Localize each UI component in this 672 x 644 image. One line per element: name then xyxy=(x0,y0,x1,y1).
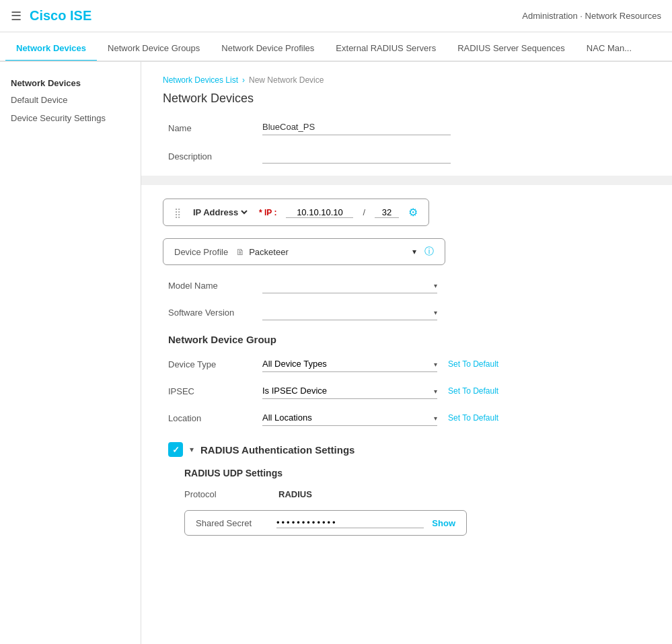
main-inner: Network Devices List › New Network Devic… xyxy=(141,62,672,644)
device-type-row: Device Type All Device Types ▾ Set To De… xyxy=(163,356,650,372)
ip-slash: / xyxy=(363,207,365,217)
layout: Network Devices Default Device Device Se… xyxy=(0,62,672,644)
shared-secret-input[interactable] xyxy=(276,517,424,528)
device-type-label: Device Type xyxy=(168,359,262,369)
protocol-label: Protocol xyxy=(184,489,278,499)
tab-external-radius-servers[interactable]: External RADIUS Servers xyxy=(325,36,447,62)
radius-checkbox-row: ▾ RADIUS Authentication Settings xyxy=(168,442,650,457)
device-profile-select-wrap: 🗎 Packeteer ▾ xyxy=(236,247,416,257)
ip-input[interactable] xyxy=(286,207,353,218)
name-label: Name xyxy=(168,119,262,133)
location-row: Location All Locations ▾ Set To Default xyxy=(163,410,650,426)
gray-separator xyxy=(141,176,672,185)
hamburger-icon[interactable]: ☰ xyxy=(11,9,22,24)
logo: Cisco ISE xyxy=(30,8,91,24)
tab-nac-man[interactable]: NAC Man... xyxy=(576,36,642,62)
ip-address-box: ⣿ IP Address * IP : / ⚙ xyxy=(163,199,429,226)
breadcrumb-current: New Network Device xyxy=(249,75,324,85)
drag-handle-icon[interactable]: ⣿ xyxy=(174,207,181,218)
protocol-row: Protocol RADIUS xyxy=(184,489,650,499)
description-row: Description xyxy=(163,147,650,164)
device-type-select[interactable]: All Device Types xyxy=(262,356,437,372)
ipsec-dropdown-wrap: Is IPSEC Device ▾ xyxy=(262,383,437,399)
breadcrumb-link[interactable]: Network Devices List xyxy=(163,75,238,85)
location-label: Location xyxy=(168,413,262,423)
ipsec-label: IPSEC xyxy=(168,386,262,396)
radius-udp-title: RADIUS UDP Settings xyxy=(184,468,650,478)
page-title: Network Devices xyxy=(163,92,650,106)
device-profile-label: Device Profile xyxy=(174,247,228,257)
radius-section-title: RADIUS Authentication Settings xyxy=(200,444,354,456)
name-input[interactable] xyxy=(262,119,451,135)
tab-network-device-profiles[interactable]: Network Device Profiles xyxy=(211,36,325,62)
device-profile-box: Device Profile 🗎 Packeteer ▾ ⓘ xyxy=(163,238,445,265)
ipsec-select[interactable]: Is IPSEC Device xyxy=(262,383,437,399)
tab-radius-server-sequences[interactable]: RADIUS Server Sequences xyxy=(447,36,576,62)
topbar: ☰ Cisco ISE Administration · Network Res… xyxy=(0,0,672,32)
sidebar-item-default-device[interactable]: Default Device xyxy=(0,91,141,109)
logo-cisco: Cisco xyxy=(30,8,66,23)
name-row: Name xyxy=(163,119,650,135)
topbar-left: ☰ Cisco ISE xyxy=(11,8,91,24)
shared-secret-box: Shared Secret Show xyxy=(184,510,467,536)
description-input[interactable] xyxy=(262,147,451,164)
ip-mask-input[interactable] xyxy=(375,207,399,218)
location-select[interactable]: All Locations xyxy=(262,410,437,426)
profile-chevron-icon[interactable]: ▾ xyxy=(412,247,416,256)
gear-icon[interactable]: ⚙ xyxy=(408,206,418,219)
breadcrumb: Network Devices List › New Network Devic… xyxy=(163,75,650,85)
protocol-value: RADIUS xyxy=(278,489,312,499)
model-name-dropdown-wrap: ▾ xyxy=(262,277,437,293)
ip-required-label: * IP : xyxy=(259,208,276,217)
model-name-select[interactable] xyxy=(262,277,437,293)
topbar-breadcrumb: Administration · Network Resources xyxy=(522,11,661,21)
ipsec-set-default[interactable]: Set To Default xyxy=(448,386,498,396)
model-name-row: Model Name ▾ xyxy=(163,277,650,293)
software-version-select[interactable] xyxy=(262,304,437,320)
tab-network-device-groups[interactable]: Network Device Groups xyxy=(97,36,211,62)
radius-section: ▾ RADIUS Authentication Settings RADIUS … xyxy=(163,442,650,536)
device-type-dropdown-wrap: All Device Types ▾ xyxy=(262,356,437,372)
software-version-label: Software Version xyxy=(168,308,262,318)
ndg-section-title: Network Device Group xyxy=(168,334,650,345)
main-content: Network Devices List › New Network Devic… xyxy=(141,62,672,644)
ipsec-row: IPSEC Is IPSEC Device ▾ Set To Default xyxy=(163,383,650,399)
profile-value: Packeteer xyxy=(249,247,408,257)
logo-ise: ISE xyxy=(70,8,91,23)
profile-info-icon[interactable]: ⓘ xyxy=(424,246,434,258)
ip-type-select[interactable]: IP Address xyxy=(190,207,250,218)
location-set-default[interactable]: Set To Default xyxy=(448,413,498,423)
show-secret-button[interactable]: Show xyxy=(432,518,455,528)
nav-tabs: Network Devices Network Device Groups Ne… xyxy=(0,32,672,62)
sidebar: Network Devices Default Device Device Se… xyxy=(0,62,141,644)
sidebar-section-title: Network Devices xyxy=(0,73,141,91)
description-label: Description xyxy=(168,147,262,162)
profile-doc-icon: 🗎 xyxy=(236,247,245,257)
model-name-label: Model Name xyxy=(168,281,262,291)
radius-collapse-chevron-icon[interactable]: ▾ xyxy=(190,445,194,454)
location-dropdown-wrap: All Locations ▾ xyxy=(262,410,437,426)
software-version-row: Software Version ▾ xyxy=(163,304,650,320)
device-type-set-default[interactable]: Set To Default xyxy=(448,359,498,369)
sidebar-item-device-security[interactable]: Device Security Settings xyxy=(0,109,141,127)
breadcrumb-separator: › xyxy=(242,75,245,85)
shared-secret-label: Shared Secret xyxy=(196,518,276,528)
software-version-dropdown-wrap: ▾ xyxy=(262,304,437,320)
radius-checkbox[interactable] xyxy=(168,442,183,457)
tab-network-devices[interactable]: Network Devices xyxy=(5,36,97,62)
